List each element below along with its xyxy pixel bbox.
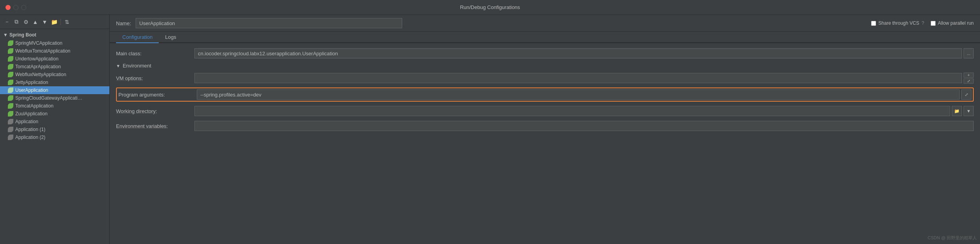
spring-icon	[8, 48, 13, 54]
main-class-row: Main class: ...	[116, 48, 974, 59]
name-row: Name: Share through VCS ? Allow parallel…	[110, 15, 980, 32]
sort-icon[interactable]: ⇅	[63, 18, 71, 26]
sidebar-item-userapplication[interactable]: UserApplication	[0, 86, 109, 94]
main-class-label: Main class:	[116, 51, 194, 56]
vm-options-input[interactable]	[194, 73, 962, 83]
tab-logs[interactable]: Logs	[159, 32, 182, 43]
vm-options-shrink-button[interactable]: ⤢	[964, 78, 974, 84]
allow-parallel-label[interactable]: Allow parallel run	[931, 20, 974, 26]
subtract-icon[interactable]: －	[3, 18, 11, 26]
spring-icon	[8, 64, 13, 69]
title-bar: Run/Debug Configurations	[0, 0, 980, 15]
program-args-label: Program arguments:	[118, 92, 197, 98]
sidebar-item-springmvc[interactable]: SpringMVCApplication	[0, 39, 109, 47]
env-chevron-icon: ▼	[116, 64, 120, 68]
sidebar-item-tomcatapr[interactable]: TomcatAprApplication	[0, 63, 109, 71]
config-content: Main class: ... ▼ Environment VM options…	[110, 43, 980, 244]
minimize-button[interactable]	[13, 5, 18, 10]
program-args-row: Program arguments: --spring.profiles.act…	[116, 87, 974, 102]
sidebar-item-tomcat[interactable]: TomcatApplication	[0, 102, 109, 110]
env-vars-row: Environment variables:	[116, 120, 974, 131]
tab-configuration[interactable]: Configuration	[116, 32, 159, 43]
spring-icon-gray	[8, 127, 13, 132]
spring-icon	[8, 40, 13, 46]
help-icon[interactable]: ?	[922, 20, 924, 26]
env-vars-input[interactable]	[194, 121, 974, 131]
working-dir-label: Working directory:	[116, 108, 194, 114]
folder-icon[interactable]: 📁	[50, 18, 58, 26]
share-vcs-checkbox[interactable]	[871, 21, 876, 26]
share-vcs-label[interactable]: Share through VCS ?	[871, 20, 924, 26]
name-input[interactable]	[136, 18, 402, 28]
allow-parallel-checkbox[interactable]	[931, 21, 936, 26]
sidebar-tree: ▼ Spring Boot SpringMVCApplication Webfl…	[0, 29, 109, 244]
spring-icon-gray	[8, 135, 13, 140]
main-class-browse-button[interactable]: ...	[964, 48, 974, 58]
environment-section[interactable]: ▼ Environment	[116, 63, 974, 69]
sidebar-item-webfluxtomcat[interactable]: WebfluxTomcatApplication	[0, 47, 109, 55]
spring-icon	[8, 103, 13, 109]
working-dir-row: Working directory: 📁 ▼	[116, 106, 974, 117]
sidebar-item-jetty[interactable]: JettyApplication	[0, 78, 109, 86]
maximize-button[interactable]	[21, 5, 26, 10]
spring-icon	[8, 95, 13, 101]
sidebar-item-application[interactable]: Application	[0, 118, 109, 126]
traffic-lights	[5, 5, 26, 10]
right-panel: Name: Share through VCS ? Allow parallel…	[110, 15, 980, 244]
sidebar-item-zuul[interactable]: ZuulApplication	[0, 110, 109, 118]
sidebar-item-webfluxnetty[interactable]: WebfluxNettyApplication	[0, 71, 109, 78]
spring-icon	[8, 111, 13, 117]
main-layout: － ⧉ ⚙ ▲ ▼ 📁 ⇅ ▼ Spring Boot SpringMVCApp…	[0, 15, 980, 244]
sidebar-item-application1[interactable]: Application (1)	[0, 126, 109, 133]
sidebar-toolbar: － ⧉ ⚙ ▲ ▼ 📁 ⇅	[0, 15, 109, 29]
program-args-expand-button[interactable]: ⤢	[961, 89, 971, 100]
spring-icon	[8, 72, 13, 77]
sidebar-item-undertow[interactable]: UndertowApplication	[0, 55, 109, 63]
toolbar-divider	[60, 19, 61, 25]
working-dir-input[interactable]	[194, 106, 950, 116]
move-up-icon[interactable]: ▲	[31, 18, 39, 26]
main-class-input[interactable]	[194, 48, 962, 58]
name-label: Name:	[116, 20, 131, 26]
vm-options-expand-button[interactable]: +	[964, 73, 974, 78]
close-button[interactable]	[5, 5, 11, 10]
spring-icon	[8, 56, 13, 62]
window-title: Run/Debug Configurations	[460, 4, 520, 10]
settings-icon[interactable]: ⚙	[22, 18, 30, 26]
spring-icon-gray	[8, 119, 13, 124]
chevron-down-icon: ▼	[3, 32, 8, 38]
working-dir-folder-button[interactable]: 📁	[952, 106, 962, 116]
watermark: CSDN @ 田野里的稻草人	[928, 235, 977, 241]
sidebar: － ⧉ ⚙ ▲ ▼ 📁 ⇅ ▼ Spring Boot SpringMVCApp…	[0, 15, 110, 244]
move-down-icon[interactable]: ▼	[41, 18, 49, 26]
working-dir-dropdown-button[interactable]: ▼	[964, 106, 974, 116]
vm-options-row: VM options: + ⤢	[116, 73, 974, 84]
spring-icon	[8, 80, 13, 85]
tabs-row: Configuration Logs	[110, 32, 980, 43]
spring-icon	[8, 87, 13, 93]
sidebar-item-application2[interactable]: Application (2)	[0, 133, 109, 141]
env-vars-label: Environment variables:	[116, 123, 194, 129]
env-label: Environment	[123, 63, 151, 69]
sidebar-item-springcloudgateway[interactable]: SpringCloudGatewayApplicati…	[0, 94, 109, 102]
working-dir-field-group: 📁 ▼	[194, 106, 974, 116]
copy-icon[interactable]: ⧉	[13, 18, 20, 26]
vm-options-label: VM options:	[116, 75, 194, 81]
tree-group-spring-boot: ▼ Spring Boot	[0, 31, 109, 39]
program-args-value[interactable]: --spring.profiles.active=dev	[197, 89, 960, 100]
top-right-options: Share through VCS ? Allow parallel run	[871, 20, 974, 26]
